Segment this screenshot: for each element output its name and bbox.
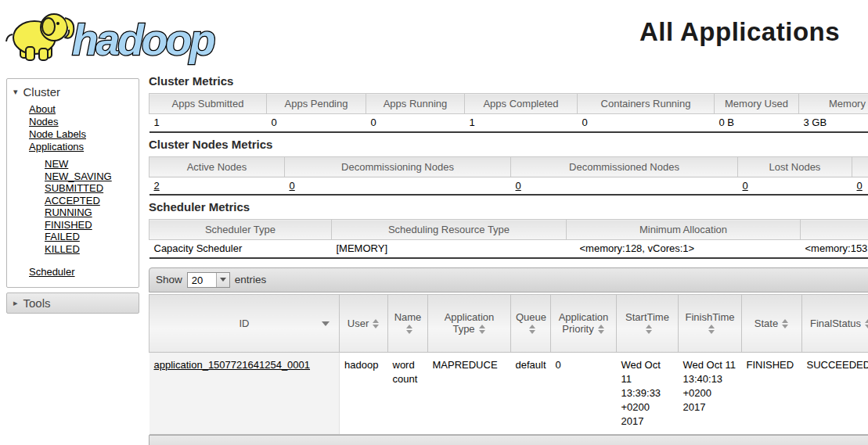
- sidebar-item-new[interactable]: NEW: [45, 158, 139, 170]
- metric-header-memory-total: Memory: [799, 94, 868, 114]
- col-header-queue[interactable]: Queue: [511, 294, 551, 352]
- active-nodes-link[interactable]: 2: [154, 180, 160, 192]
- sidebar-item-finished[interactable]: FINISHED: [45, 219, 139, 231]
- metric-value-apps-running: 0: [366, 114, 465, 132]
- metric-value-apps-pending: 0: [267, 114, 366, 132]
- sidebar-item-nodes[interactable]: Nodes: [29, 116, 139, 128]
- sidebar-item-new-saving[interactable]: NEW_SAVING: [45, 170, 139, 183]
- col-header-application-type[interactable]: Application Type: [428, 294, 511, 352]
- table-length-bar: Show 20 entries: [149, 267, 868, 292]
- col-header-id-label: ID: [240, 318, 250, 329]
- application-id-link[interactable]: application_1507721641254_0001: [154, 359, 311, 371]
- col-header-finalstatus[interactable]: FinalStatus: [802, 294, 868, 352]
- cluster-nav-box: ▾ Cluster About Nodes Node Labels Applic…: [6, 78, 139, 288]
- col-header-name[interactable]: Name: [388, 294, 428, 352]
- caret-down-icon: ▾: [13, 87, 18, 97]
- sidebar-item-running[interactable]: RUNNING: [45, 206, 139, 219]
- metric-header-decommissioned-nodes: Decommissioned Nodes: [511, 156, 738, 177]
- show-label: Show: [156, 274, 182, 285]
- metric-header-minimum-allocation: Minimum Allocation: [567, 220, 801, 240]
- metric-header-scheduling-resource-type: Scheduling Resource Type: [332, 220, 567, 240]
- cell-user: hadoop: [340, 352, 388, 435]
- hadoop-logo: hadoop: [5, 6, 247, 66]
- metric-value-apps-submitted: 1: [149, 114, 267, 132]
- metric-header-scheduler-type: Scheduler Type: [149, 220, 332, 240]
- col-header-starttime[interactable]: StartTime: [617, 294, 679, 352]
- scheduler-metrics-table: Scheduler Type Scheduling Resource Type …: [149, 219, 868, 259]
- metric-header-decommissioning-nodes: Decommissioning Nodes: [285, 156, 511, 177]
- metric-value-containers-running: 0: [578, 114, 715, 132]
- main-content: Cluster Metrics Apps Submitted Apps Pend…: [149, 74, 868, 445]
- metric-header-lost-nodes: Lost Nodes: [738, 156, 852, 177]
- applications-datatable: Show 20 entries ID User Name: [149, 267, 868, 445]
- cell-id: application_1507721641254_0001: [149, 352, 340, 435]
- col-header-state[interactable]: State: [742, 294, 802, 352]
- sidebar-item-scheduler[interactable]: Scheduler: [29, 266, 75, 278]
- metric-header-unhealthy-nodes: [852, 156, 868, 177]
- col-header-user[interactable]: User: [340, 294, 388, 352]
- caret-right-icon: ▸: [13, 298, 18, 308]
- cluster-metrics-table: Apps Submitted Apps Pending Apps Running…: [149, 93, 868, 133]
- col-header-name-label: Name: [394, 311, 422, 323]
- sort-both-icon: [479, 325, 486, 334]
- sidebar-item-applications[interactable]: Applications: [29, 141, 139, 153]
- cell-state: FINISHED: [742, 352, 802, 435]
- metric-value-apps-completed: 1: [465, 114, 578, 132]
- col-header-user-label: User: [348, 318, 369, 329]
- sort-both-icon: [646, 325, 653, 334]
- decommissioning-nodes-link[interactable]: 0: [290, 180, 295, 192]
- cluster-section-toggle[interactable]: ▾ Cluster: [7, 83, 139, 103]
- metric-value-minimum-allocation: <memory:128, vCores:1>: [567, 240, 801, 258]
- unhealthy-nodes-link[interactable]: 0: [857, 180, 863, 192]
- entries-label: entries: [235, 274, 267, 285]
- metric-value-scheduler-type: Capacity Scheduler: [149, 240, 332, 258]
- metric-value-scheduling-resource-type: [MEMORY]: [332, 240, 567, 258]
- sort-desc-icon: [322, 321, 330, 326]
- cell-finishtime: Wed Oct 11 13:40:13 +0200 2017: [679, 352, 742, 435]
- col-header-type-label: Application Type: [445, 311, 495, 335]
- tools-section-toggle[interactable]: ▸ Tools: [6, 292, 139, 314]
- tools-section-label: Tools: [23, 296, 51, 310]
- application-state-links: NEW NEW_SAVING SUBMITTED ACCEPTED RUNNIN…: [7, 158, 139, 255]
- cell-priority: 0: [551, 352, 617, 435]
- cell-starttime: Wed Oct 11 13:39:33 +0200 2017: [617, 352, 679, 435]
- elephant-icon: [6, 14, 74, 60]
- sort-both-icon: [373, 319, 380, 328]
- col-header-finalstatus-label: FinalStatus: [810, 318, 861, 329]
- metric-value-memory-total: 3 GB: [799, 114, 868, 132]
- sidebar-item-node-labels[interactable]: Node Labels: [29, 128, 139, 141]
- col-header-finishtime[interactable]: FinishTime: [679, 294, 742, 352]
- metric-header-apps-pending: Apps Pending: [267, 94, 366, 114]
- lost-nodes-link[interactable]: 0: [743, 180, 748, 192]
- cluster-metrics-title: Cluster Metrics: [149, 74, 868, 88]
- metric-header-apps-running: Apps Running: [366, 94, 465, 114]
- decommissioned-nodes-link[interactable]: 0: [516, 180, 521, 192]
- metric-header-active-nodes: Active Nodes: [149, 156, 285, 177]
- sidebar-item-failed[interactable]: FAILED: [45, 231, 139, 243]
- col-header-state-label: State: [755, 318, 778, 329]
- sidebar-item-about[interactable]: About: [29, 103, 139, 116]
- col-header-id[interactable]: ID: [149, 294, 340, 352]
- metric-header-memory-used: Memory Used: [715, 94, 799, 114]
- cell-finalstatus: SUCCEEDED: [802, 352, 868, 435]
- metric-header-apps-completed: Apps Completed: [465, 94, 578, 114]
- cluster-section-label: Cluster: [23, 85, 61, 99]
- col-header-queue-label: Queue: [516, 311, 546, 323]
- metric-value-memory-used: 0 B: [715, 114, 799, 132]
- sidebar-item-killed[interactable]: KILLED: [45, 243, 139, 256]
- sidebar-item-submitted[interactable]: SUBMITTED: [45, 182, 139, 195]
- metric-value-maximum-allocation: <memory:153: [801, 240, 868, 258]
- page-title: All Applications: [603, 17, 868, 47]
- sort-both-icon: [782, 319, 789, 328]
- cell-name: word count: [388, 352, 428, 435]
- metric-header-containers-running: Containers Running: [578, 94, 715, 114]
- applications-table: ID User Name Application Type Queue Appl…: [149, 294, 868, 436]
- table-info-bar: Showing 1 to 1 of 1 entries: [149, 435, 868, 445]
- sidebar-item-accepted[interactable]: ACCEPTED: [45, 195, 139, 207]
- scheduler-metrics-title: Scheduler Metrics: [149, 200, 868, 214]
- col-header-application-priority[interactable]: Application Priority: [551, 294, 617, 352]
- sidebar: ▾ Cluster About Nodes Node Labels Applic…: [6, 78, 139, 314]
- sort-both-icon: [598, 325, 605, 334]
- application-row: application_1507721641254_0001 hadoop wo…: [149, 352, 868, 435]
- page-size-select[interactable]: 20: [187, 272, 230, 288]
